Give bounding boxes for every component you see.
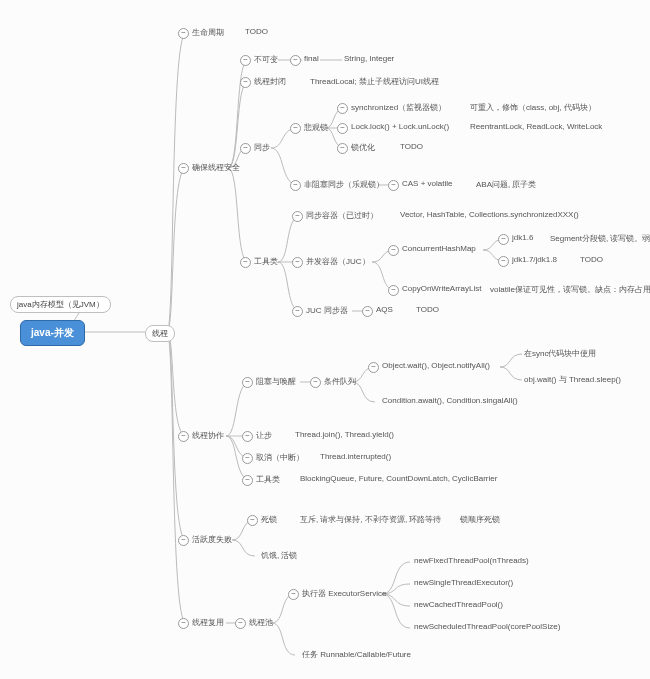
toggle-icon[interactable]: [292, 306, 303, 317]
toggle-icon[interactable]: [240, 77, 251, 88]
syncer-note: TODO: [416, 305, 439, 314]
pess-s1: synchronized（监视器锁）: [351, 102, 446, 113]
dead-extra: 锁顺序死锁: [460, 514, 500, 525]
toggle-icon[interactable]: [178, 535, 189, 546]
cancel-note: Thread.interrupted(): [320, 452, 391, 461]
toggle-icon[interactable]: [242, 453, 253, 464]
toggle-icon[interactable]: [388, 180, 399, 191]
chm-v1: jdk1.6: [512, 233, 533, 242]
cond-o1-n1: 在sync代码块中使用: [524, 348, 596, 359]
pess-s3-note: TODO: [400, 142, 423, 151]
util-label: 工具类: [256, 474, 280, 485]
toggle-icon[interactable]: [240, 143, 251, 154]
toggle-icon[interactable]: [242, 431, 253, 442]
sync-label: 同步: [254, 142, 270, 153]
toggle-icon[interactable]: [292, 257, 303, 268]
toggle-icon[interactable]: [178, 28, 189, 39]
toggle-icon[interactable]: [388, 285, 399, 296]
toggle-icon[interactable]: [498, 256, 509, 267]
cancel-label: 取消（中断）: [256, 452, 304, 463]
exec-e1: newFixedThreadPool(nThreads): [414, 556, 529, 565]
toggle-icon[interactable]: [242, 377, 253, 388]
yield-label: 让步: [256, 430, 272, 441]
thread-node[interactable]: 线程: [145, 325, 175, 342]
toggle-icon[interactable]: [292, 211, 303, 222]
toggle-icon[interactable]: [290, 180, 301, 191]
yield-note: Thread.join(), Thread.yield(): [295, 430, 394, 439]
cond-o1: Object.wait(), Object.notifyAll(): [382, 361, 490, 370]
pess-s1-note: 可重入，修饰（class, obj, 代码块）: [470, 102, 596, 113]
cow-label: CopyOnWriteArrayList: [402, 284, 481, 293]
block-label: 阻塞与唤醒: [256, 376, 296, 387]
toggle-icon[interactable]: [235, 618, 246, 629]
c1-note: TODO: [245, 27, 268, 36]
toggle-icon[interactable]: [240, 55, 251, 66]
tools-t1-note: Vector, HashTable, Collections.synchroni…: [400, 210, 579, 219]
c5-label: 线程复用: [192, 617, 224, 628]
toggle-icon[interactable]: [240, 257, 251, 268]
exec-e4: newScheduledThreadPool(corePoolSize): [414, 622, 560, 631]
c4-label: 活跃度失败: [192, 534, 232, 545]
toggle-icon[interactable]: [290, 55, 301, 66]
toggle-icon[interactable]: [310, 377, 321, 388]
pess-s3: 锁优化: [351, 142, 375, 153]
chm-v2: jdk1.7/jdk1.8: [512, 255, 557, 264]
toggle-icon[interactable]: [290, 123, 301, 134]
toggle-icon[interactable]: [288, 589, 299, 600]
tools-t1: 同步容器（已过时）: [306, 210, 378, 221]
toggle-icon[interactable]: [178, 618, 189, 629]
util-note: BlockingQueue, Future, CountDownLatch, C…: [300, 474, 497, 483]
immutable-label: 不可变: [254, 54, 278, 65]
dead-label: 死锁: [261, 514, 277, 525]
immutable-sub: final: [304, 54, 319, 63]
exec-e2: newSingleThreadExecutor(): [414, 578, 513, 587]
toggle-icon[interactable]: [498, 234, 509, 245]
cond-label: 条件队列: [324, 376, 356, 387]
toggle-icon[interactable]: [388, 245, 399, 256]
toggle-icon[interactable]: [247, 515, 258, 526]
chm-v1-note: Segment分段锁, 读写锁。弱一致性: [550, 233, 650, 244]
cow-note: volatile保证可见性，读写锁。缺点：内存占用，弱一致性。: [490, 284, 650, 295]
toggle-icon[interactable]: [337, 123, 348, 134]
exec-e3: newCachedThreadPool(): [414, 600, 503, 609]
cond-o2: Condition.await(), Condition.singalAll(): [382, 396, 518, 405]
immutable-note: String, Integer: [344, 54, 394, 63]
syncer-label: JUC 同步器: [306, 305, 348, 316]
toggle-icon[interactable]: [337, 103, 348, 114]
toggle-icon[interactable]: [368, 362, 379, 373]
toggle-icon[interactable]: [362, 306, 373, 317]
exec-label: 执行器 ExecutorService: [302, 588, 386, 599]
dead-note: 互斥, 请求与保持, 不剥夺资源, 环路等待: [300, 514, 441, 525]
tools-label: 工具类: [254, 256, 278, 267]
juc-label: 并发容器（JUC）: [306, 256, 370, 267]
cond-o1-n2: obj.wait() 与 Thread.sleep(): [524, 374, 621, 385]
c1-label: 生命周期: [192, 27, 224, 38]
toggle-icon[interactable]: [337, 143, 348, 154]
root-node[interactable]: java-并发: [20, 320, 85, 346]
closure-label: 线程封闭: [254, 76, 286, 87]
pess-s2: Lock.lock() + Lock.unLock(): [351, 122, 449, 131]
closure-note: ThreadLocal; 禁止子线程访问UI线程: [310, 76, 439, 87]
c2-label: 确保线程安全: [192, 162, 240, 173]
aux-node[interactable]: java内存模型（见JVM）: [10, 296, 111, 313]
toggle-icon[interactable]: [178, 431, 189, 442]
c3-label: 线程协作: [192, 430, 224, 441]
toggle-icon[interactable]: [242, 475, 253, 486]
syncer-sub: AQS: [376, 305, 393, 314]
pess-label: 悲观锁: [304, 122, 328, 133]
opt-sub: CAS + volatile: [402, 179, 452, 188]
starve-label: 饥饿, 活锁: [261, 550, 297, 561]
chm-label: ConcurrentHashMap: [402, 244, 476, 253]
task-label: 任务 Runnable/Callable/Future: [302, 649, 411, 660]
pess-s2-note: ReentrantLock, ReadLock, WriteLock: [470, 122, 602, 131]
opt-note: ABA问题, 原子类: [476, 179, 536, 190]
toggle-icon[interactable]: [178, 163, 189, 174]
chm-v2-note: TODO: [580, 255, 603, 264]
opt-label: 非阻塞同步（乐观锁）: [304, 179, 384, 190]
pool-label: 线程池: [249, 617, 273, 628]
